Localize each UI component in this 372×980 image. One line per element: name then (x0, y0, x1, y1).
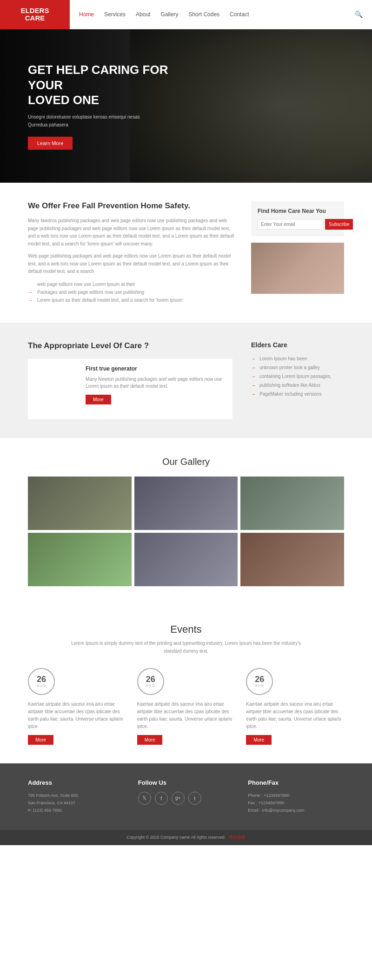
event-card-2: 26 AUG Kaertae airtpate des saceur ima a… (137, 668, 235, 745)
nav-about[interactable]: About (136, 11, 150, 18)
main-nav: Home Services About Gallery Short Codes … (70, 11, 372, 18)
social-tumblr[interactable]: t (188, 792, 201, 805)
events-heading: Events (28, 623, 344, 636)
care-card-body: Many Newton publishing packages and web … (86, 376, 226, 390)
hero-title: GET HELP CARING FOR YOUR LOVED ONE (28, 62, 186, 108)
prevention-right: Find Home Care Near You Subscribe (251, 201, 344, 304)
social-twitter[interactable]: 𝕏 (138, 792, 151, 805)
footer-address-line2: San Francisco, CA 94107 (28, 799, 124, 807)
footer-email: Email : info@mycompany.com (248, 807, 344, 814)
footer-bottom: Copyright © 2015 Company name All rights… (0, 830, 372, 845)
hero-section: GET HELP CARING FOR YOUR LOVED ONE Unseg… (0, 29, 372, 183)
footer-address-title: Address (28, 779, 124, 786)
nav-contact[interactable]: Contact (230, 11, 249, 18)
logo-line1: ELDERS (21, 7, 49, 15)
footer-brand-link[interactable]: 网页模板 (229, 835, 246, 840)
event-body-2: Kaertae airtpate des saceur ima airu ert… (137, 701, 235, 730)
event-month-1: AUG (37, 683, 46, 688)
nav-home[interactable]: Home (79, 11, 94, 18)
elder-list-item: →unknown printer took a galley (251, 363, 344, 372)
logo[interactable]: ELDERS CARE (0, 0, 70, 29)
footer-follow: Follow Us 𝕏 f g+ t (138, 779, 234, 814)
event-date-2: 26 AUG (137, 668, 164, 695)
learn-more-button[interactable]: Learn More (28, 137, 73, 150)
gallery-item-3[interactable] (240, 477, 344, 530)
subscribe-button[interactable]: Subscribe (325, 219, 353, 230)
hero-subtitle1: Unsegni doloretuane voluptase keroas ems… (28, 114, 186, 119)
find-care-box: Find Home Care Near You Subscribe (251, 201, 344, 236)
elders-care-right: Elders Care →Lorem Ipsum has been →unkno… (251, 341, 344, 419)
elders-care-title: Elders Care (251, 341, 344, 349)
event-card-3: 26 AUG Kaertae airtpate des saceur ima a… (246, 668, 344, 745)
gallery-section: Our Gallery (0, 438, 372, 605)
site-header: ELDERS CARE Home Services About Gallery … (0, 0, 372, 29)
event-body-3: Kaertae airtpate des saceur ima airu ert… (246, 701, 344, 730)
gallery-item-1[interactable] (28, 477, 132, 530)
care-heading: The Appropriate Level Of Care ? (28, 341, 232, 351)
prevention-list: web page editors now use Lorem Ipsum at … (28, 280, 237, 304)
side-photo (251, 243, 344, 294)
care-card-info: First true generator Many Newton publish… (79, 359, 232, 419)
footer-phone-number: Phone : +1234567890 (248, 792, 344, 799)
nav-services[interactable]: Services (104, 11, 126, 18)
footer-address-line1: 795 Folsom Ave, Suite 600 (28, 792, 124, 799)
footer-address-line3: P: (123) 456-7890 (28, 807, 124, 814)
prevention-left: We Offer Free Fall Prevention Home Safet… (28, 201, 237, 304)
prevention-para1: Many fawdros publishing packages and web… (28, 217, 237, 248)
elder-list-item: →containing Lorem Ipsum passages, (251, 372, 344, 381)
events-intro: Lorem Ipsum is simply dummy text of the … (70, 639, 302, 655)
site-footer: Address 795 Folsom Ave, Suite 600 San Fr… (0, 763, 372, 830)
footer-fax-number: Fax : +1234567890 (248, 799, 344, 807)
social-facebook[interactable]: f (155, 792, 168, 805)
gallery-item-6[interactable] (240, 533, 344, 586)
nav-gallery[interactable]: Gallery (160, 11, 178, 18)
elder-list-item: →Lorem Ipsum has been (251, 354, 344, 363)
social-icons: 𝕏 f g+ t (138, 792, 234, 805)
gallery-item-5[interactable] (134, 533, 238, 586)
list-item: →Lorem ipsum as their default model text… (28, 296, 237, 304)
event-day-3: 26 (255, 675, 264, 683)
find-care-title: Find Home Care Near You (258, 208, 338, 214)
care-card-image (28, 359, 79, 419)
list-item: →Packages and web page editors now use p… (28, 288, 237, 296)
logo-line2: CARE (25, 14, 45, 22)
care-more-button[interactable]: More (86, 395, 111, 404)
prevention-heading: We Offer Free Fall Prevention Home Safet… (28, 201, 237, 211)
social-googleplus[interactable]: g+ (172, 792, 185, 805)
event-date-3: 26 AUG (246, 668, 273, 695)
email-input[interactable] (258, 219, 323, 230)
event-day-2: 26 (146, 675, 155, 683)
footer-follow-title: Follow Us (138, 779, 234, 786)
elders-list: →Lorem Ipsum has been →unknown printer t… (251, 354, 344, 398)
hero-content: GET HELP CARING FOR YOUR LOVED ONE Unseg… (0, 62, 214, 150)
prevention-para2: Web page publishing packages and web pag… (28, 252, 237, 276)
gallery-item-4[interactable] (28, 533, 132, 586)
event-month-3: AUG (255, 683, 264, 688)
events-section: Events Lorem Ipsum is simply dummy text … (0, 605, 372, 763)
event-more-button-2[interactable]: More (137, 735, 163, 745)
hero-subtitle2: Qurredua pahasera (28, 122, 186, 127)
gallery-heading: Our Gallery (28, 457, 344, 467)
footer-address: Address 795 Folsom Ave, Suite 600 San Fr… (28, 779, 124, 814)
nav-shortcodes[interactable]: Short Codes (188, 11, 219, 18)
elder-list-item: →PageMaker including versions (251, 390, 344, 398)
footer-phone-title: Phone/Fax (248, 779, 344, 786)
elder-list-item: →publishing software like Aldus (251, 381, 344, 390)
events-grid: 26 AUG Kaertae airtpate des saceur ima a… (28, 668, 344, 745)
event-more-button-3[interactable]: More (246, 735, 272, 745)
gallery-grid (28, 477, 344, 586)
event-month-2: AUG (146, 683, 155, 688)
prevention-section: We Offer Free Fall Prevention Home Safet… (0, 183, 372, 323)
care-card-title: First true generator (86, 365, 226, 372)
gallery-item-2[interactable] (134, 477, 238, 530)
list-item: web page editors now use Lorem Ipsum at … (28, 280, 237, 288)
search-icon[interactable]: 🔍 (355, 11, 363, 18)
event-day-1: 26 (37, 675, 46, 683)
event-card-1: 26 AUG Kaertae airtpate des saceur ima a… (28, 668, 126, 745)
care-section: The Appropriate Level Of Care ? First tr… (0, 323, 372, 438)
care-card: First true generator Many Newton publish… (28, 359, 232, 419)
care-left: The Appropriate Level Of Care ? First tr… (28, 341, 232, 419)
event-more-button-1[interactable]: More (28, 735, 53, 745)
footer-phone: Phone/Fax Phone : +1234567890 Fax : +123… (248, 779, 344, 814)
event-body-1: Kaertae airtpate des saceur ima airu ert… (28, 701, 126, 730)
